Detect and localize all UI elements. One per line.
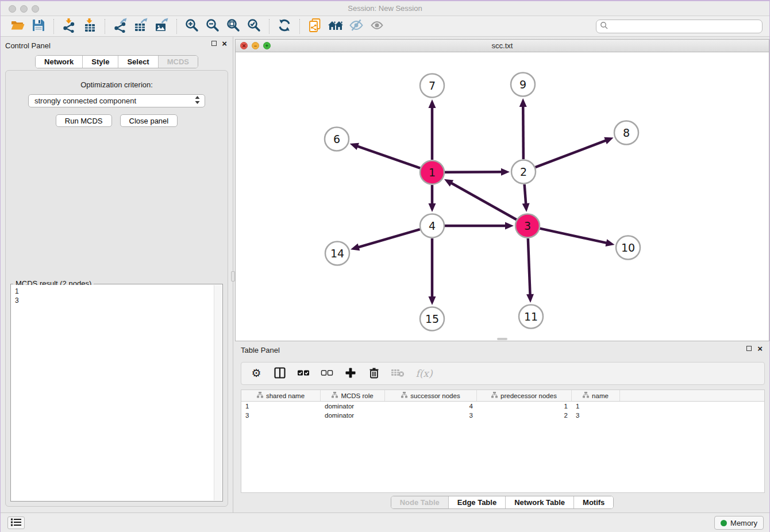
open-session-button[interactable]: [7, 18, 28, 35]
column-header-name[interactable]: name: [572, 390, 620, 401]
network-graph[interactable]: 7968124314101511: [236, 52, 769, 341]
close-table-panel-icon[interactable]: ×: [757, 346, 763, 351]
float-table-panel-icon[interactable]: [746, 346, 752, 351]
cell-MCDS-role[interactable]: dominator: [321, 411, 385, 420]
toolbar-separator: [105, 19, 105, 34]
node-label-7: 7: [429, 79, 436, 92]
cell-successor-nodes[interactable]: 3: [385, 411, 477, 420]
network-canvas[interactable]: 7968124314101511: [236, 52, 769, 341]
cell-MCDS-role[interactable]: dominator: [321, 402, 385, 411]
cell-name[interactable]: 1: [572, 402, 620, 411]
edge-2-8[interactable]: [536, 140, 607, 167]
optimization-criterion-value: strongly connected component: [34, 97, 195, 105]
edge-1-6[interactable]: [357, 146, 420, 168]
table-body: 1dominator4113dominator323: [241, 402, 764, 420]
zoom-fit-icon: [226, 18, 241, 34]
edge-3-11[interactable]: [528, 238, 530, 295]
close-panel-icon[interactable]: ×: [222, 41, 227, 46]
arrowhead-1-2: [501, 168, 510, 176]
column-header-successor-nodes[interactable]: successor nodes: [385, 390, 477, 401]
function-icon: f(x): [415, 368, 432, 379]
column-header-shared-name[interactable]: shared name: [241, 390, 321, 401]
clone-network-button[interactable]: [305, 18, 325, 35]
zoom-in-button[interactable]: [182, 18, 202, 35]
tab-style[interactable]: Style: [83, 56, 118, 68]
zoom-out-icon: [205, 18, 220, 34]
column-header-MCDS-role[interactable]: MCDS role: [321, 390, 385, 401]
refresh-layout-button[interactable]: [274, 18, 295, 35]
cell-predecessor-nodes[interactable]: 2: [477, 411, 572, 420]
float-panel-icon[interactable]: [211, 41, 217, 46]
delete-table-button[interactable]: [391, 367, 405, 380]
splitter-handle[interactable]: [231, 271, 235, 282]
node-label-8: 8: [623, 126, 630, 139]
zoom-out-button[interactable]: [202, 18, 223, 35]
delete-column-button[interactable]: [367, 367, 381, 380]
tab-network-table[interactable]: Network Table: [506, 496, 574, 508]
memory-label: Memory: [730, 519, 757, 527]
zoom-fit-button[interactable]: [223, 18, 244, 35]
tab-mcds[interactable]: MCDS: [159, 56, 198, 68]
table-row[interactable]: 1dominator411: [241, 402, 764, 411]
cell-name[interactable]: 3: [572, 411, 620, 420]
export-image-icon: [154, 18, 169, 34]
memory-status-icon: [721, 520, 727, 526]
table-settings-button[interactable]: ⚙: [249, 367, 263, 380]
plus-icon: [345, 367, 356, 380]
node-label-4: 4: [429, 219, 436, 232]
first-neighbors-button[interactable]: [325, 18, 346, 35]
edge-1-2[interactable]: [445, 172, 502, 172]
deselect-all-button[interactable]: [320, 367, 334, 380]
mcds-result-text[interactable]: 1 3: [11, 285, 214, 500]
optimization-criterion-select[interactable]: strongly connected component: [28, 94, 205, 107]
column-header-predecessor-nodes[interactable]: predecessor nodes: [477, 390, 572, 401]
node-label-1: 1: [429, 166, 436, 179]
zoom-selected-button[interactable]: [244, 18, 264, 35]
canvas-hscroll-thumb[interactable]: [497, 338, 507, 340]
cell-predecessor-nodes[interactable]: 1: [477, 402, 572, 411]
optimization-criterion-label: Optimization criterion:: [6, 80, 228, 89]
hierarchy-icon: [583, 392, 589, 399]
close-panel-button[interactable]: Close panel: [120, 114, 178, 127]
tab-motifs[interactable]: Motifs: [574, 496, 613, 508]
cell-successor-nodes[interactable]: 4: [385, 402, 477, 411]
cell-shared-name[interactable]: 1: [241, 402, 321, 411]
function-builder-button[interactable]: f(x): [414, 367, 434, 380]
node-table: shared nameMCDS rolesuccessor nodesprede…: [241, 390, 765, 493]
cell-shared-name[interactable]: 3: [241, 411, 321, 420]
node-label-9: 9: [519, 78, 526, 91]
toolbar-separator: [299, 19, 300, 34]
export-image-button[interactable]: [151, 18, 172, 35]
memory-button[interactable]: Memory: [714, 516, 764, 530]
column-label: predecessor nodes: [500, 392, 557, 399]
add-column-button[interactable]: [344, 367, 357, 380]
table-toolbar: ⚙ f(x): [241, 362, 765, 385]
show-all-button[interactable]: [367, 18, 387, 35]
edge-3-1[interactable]: [451, 183, 517, 219]
refresh-icon: [277, 18, 292, 34]
edge-4-14[interactable]: [358, 229, 420, 248]
tab-select[interactable]: Select: [118, 56, 158, 68]
import-network-button[interactable]: [59, 18, 79, 35]
control-panel-tabs: NetworkStyleSelectMCDS: [35, 55, 198, 68]
save-session-button[interactable]: [28, 18, 49, 35]
result-scrollbar[interactable]: [214, 285, 222, 500]
column-layout-button[interactable]: [273, 367, 287, 380]
tab-node-table[interactable]: Node Table: [391, 496, 449, 508]
search-field[interactable]: [596, 20, 763, 33]
task-history-button[interactable]: [7, 516, 25, 529]
export-table-button[interactable]: [130, 18, 151, 35]
houses-icon: [328, 18, 344, 34]
import-table-button[interactable]: [79, 18, 100, 35]
hide-selected-button[interactable]: [346, 18, 367, 35]
select-all-button[interactable]: [297, 367, 310, 380]
edge-3-10[interactable]: [540, 229, 607, 243]
export-network-button[interactable]: [110, 18, 130, 35]
run-mcds-button[interactable]: Run MCDS: [56, 114, 112, 127]
tab-edge-table[interactable]: Edge Table: [449, 496, 506, 508]
search-input[interactable]: [609, 21, 759, 32]
edge-2-3[interactable]: [525, 184, 526, 205]
edge-2-9[interactable]: [523, 106, 523, 159]
tab-network[interactable]: Network: [36, 56, 83, 68]
table-row[interactable]: 3dominator323: [241, 411, 764, 420]
